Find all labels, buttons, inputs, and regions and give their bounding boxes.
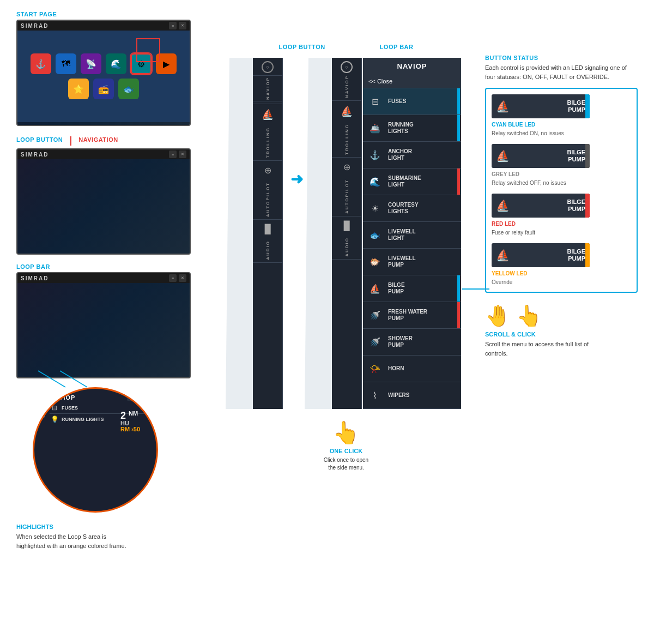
app-icon-naviop[interactable]: ⚙ [131, 53, 152, 74]
livewell-pump-led [457, 249, 460, 275]
naviop-item-freshwater-pump[interactable]: 🚿 FRESH WATERPUMP [363, 302, 461, 329]
naviop-item-shower-pump[interactable]: 🚿 SHOWERPUMP [363, 329, 461, 356]
lb2-compass: ⊕ [343, 162, 350, 172]
lb-menu-btn[interactable]: ≡ [169, 274, 177, 282]
fuses-label: FUSES [388, 98, 406, 105]
bilge-button-grey[interactable]: ⛵ BILGEPUMP [492, 144, 590, 168]
app-icon-5[interactable]: ▶ [156, 53, 177, 74]
horn-icon: 📯 [366, 360, 384, 377]
naviop-item-wipers[interactable]: ⌇ WIPERS [363, 382, 461, 409]
loop-button-widget: ○ NAVIOP ⛵ TROLLING ⊕ AUTOPILOT ▐▌ [253, 58, 283, 409]
shower-pump-led [457, 329, 460, 355]
loop-bar-top-label: LOOP BAR [380, 44, 414, 50]
lbw-compass-icon: ⊕ [264, 165, 271, 176]
navigation-label: NAVIGATION [78, 136, 118, 143]
lb2-bars: ▐▌ [341, 221, 353, 231]
close-btn[interactable]: ✕ [179, 22, 186, 29]
naviop-item-courtesy-lights[interactable]: ☀ COURTESYLIGHTS [363, 195, 461, 222]
naviop-item-livewell-pump[interactable]: 🐡 LIVEWELLPUMP [363, 249, 461, 275]
app-icon-3[interactable]: 📡 [81, 53, 101, 74]
loop-bar-screen: SIMRAD ≡ ✕ ○ NAVIOP 7.0 1 [16, 272, 191, 378]
naviop-item-fuses[interactable]: ⊟ FUSES [363, 88, 461, 115]
zoom-running-icon: 💡 [50, 416, 59, 423]
bottom-section: HIGHLIGHTS When selected the Loop S area… [0, 523, 654, 561]
bilge-icon-1: ⛵ [496, 100, 510, 113]
naviop-item-running-lights[interactable]: 🚢 RUNNINGLIGHTS [363, 115, 461, 142]
lbw-autopilot-label: AUTOPILOT [265, 182, 270, 217]
grey-led-desc: Relay switched OFF, no issues [492, 179, 631, 187]
scroll-icons-row: 🤚 👆 [485, 304, 638, 328]
highlights-desc: When selected the Loop S area is highlig… [16, 532, 136, 550]
courtesy-lights-icon: ☀ [366, 200, 384, 217]
bilge-button-cyan[interactable]: ⛵ BILGEPUMP [492, 94, 590, 118]
zoom-running-label: RUNNING LIGHTS [62, 417, 104, 422]
navigation-screen: SIMRAD ≡ ✕ ○ NAVIOP [16, 148, 191, 255]
app-icon-4[interactable]: 🌊 [106, 53, 126, 74]
bilge-led-yellow [585, 243, 590, 267]
bilge-button-yellow[interactable]: ⛵ BILGEPUMP [492, 243, 590, 267]
livewell-light-label: LIVEWELLLIGHT [388, 228, 416, 242]
lb-close-btn[interactable]: ✕ [179, 274, 186, 282]
bilge-label-1: BILGEPUMP [567, 99, 585, 113]
naviop-close-btn[interactable]: << Close [363, 75, 461, 88]
naviop-item-livewell-light[interactable]: 🐟 LIVEWELLLIGHT [363, 222, 461, 249]
scroll-hand-icon: 🤚 [485, 304, 511, 328]
livewell-pump-icon: 🐡 [366, 253, 384, 270]
naviop-menu-header: NAVIOP [363, 58, 461, 75]
scroll-click-section: 🤚 👆 SCROLL & CLICK Scroll the menu to ac… [485, 304, 638, 358]
running-lights-led [457, 115, 460, 141]
connector-lines-svg [33, 371, 207, 387]
app-icon-6[interactable]: ⭐ [68, 79, 89, 99]
red-led-label: RED LED [492, 221, 631, 227]
zoom-detail-circle: NAVIOP NAVIOP << Close ⊟ FUSES 💡 [33, 387, 158, 513]
courtesy-lights-led [457, 195, 460, 221]
naviop-item-anchor-light[interactable]: ⚓ ANCHORLIGHT [363, 142, 461, 168]
nav-menu-btn[interactable]: ≡ [169, 151, 177, 158]
one-click-hand-icon: 👆 [332, 420, 360, 446]
grey-led-item: ⛵ BILGEPUMP GREY LED Relay switched OFF,… [492, 144, 631, 187]
loop-bar-screen-header: SIMRAD ≡ ✕ [17, 273, 190, 283]
naviop-item-horn[interactable]: 📯 HORN [363, 356, 461, 382]
livewell-pump-label: LIVEWELLPUMP [388, 255, 416, 268]
nav-close-btn[interactable]: ✕ [179, 151, 186, 158]
start-page-screen: SIMRAD ≡ ✕ ⚓ 🗺 📡 🌊 ⚙ ▶ ⭐ 📻 [16, 20, 191, 126]
app-icon-8[interactable]: 🐟 [118, 79, 139, 99]
loop-circle-btn[interactable]: ○ [262, 61, 274, 73]
naviop-item-submarine-light[interactable]: 🌊 SUBMARINELIGHT [363, 168, 461, 195]
bilge-button-red[interactable]: ⛵ BILGEPUMP [492, 194, 590, 218]
screen-controls: ≡ ✕ [169, 22, 186, 29]
left-column: START PAGE SIMRAD ≡ ✕ ⚓ 🗺 📡 🌊 ⚙ [16, 11, 202, 513]
submarine-light-led [457, 168, 460, 195]
loop-button-label-small: LOOP BUTTON [16, 136, 63, 143]
loop-bar-screen-controls: ≡ ✕ [169, 274, 186, 282]
zoom-header: NAVIOP << Close [50, 394, 151, 401]
zoom-content-area: NAVIOP << Close ⊟ FUSES 💡 RUNNING LIGHTS [50, 394, 151, 425]
naviop-item-bilge-pump[interactable]: ⛵ BILGEPUMP [363, 275, 461, 302]
lb2-audio-label: AUDIO [344, 237, 349, 257]
button-status-desc: Each control is provided with an LED sig… [485, 63, 638, 81]
highlights-section: HIGHLIGHTS When selected the Loop S area… [16, 523, 638, 550]
simrad-title: SIMRAD [21, 23, 49, 29]
shower-pump-icon: 🚿 [366, 333, 384, 351]
app-icon-1[interactable]: ⚓ [31, 53, 51, 74]
lb2-autopilot: AUTOPILOT [332, 177, 361, 216]
app-icon-2[interactable]: 🗺 [56, 53, 76, 74]
lbw-trolling-label: TROLLING [265, 127, 270, 158]
anchor-light-led [457, 142, 460, 168]
panels-area: ○ NAVIOP ⛵ TROLLING ⊕ AUTOPILOT ▐▌ [226, 58, 461, 409]
menu-btn[interactable]: ≡ [169, 22, 177, 29]
lbw-divider1 [253, 75, 282, 76]
zoom-close-label[interactable]: << Close [127, 394, 151, 401]
bilge-label-3: BILGEPUMP [567, 198, 585, 213]
livewell-light-icon: 🐟 [366, 226, 384, 244]
bilge-pump-led [457, 275, 460, 302]
bilge-label-2: BILGEPUMP [567, 149, 585, 163]
led-status-box: ⛵ BILGEPUMP CYAN BLUE LED Relay switched… [485, 88, 638, 293]
app-icon-7[interactable]: 📻 [93, 79, 114, 99]
bilge-icon-4: ⛵ [496, 249, 510, 262]
zoom-fuses-label: FUSES [62, 405, 78, 411]
lb2-circle[interactable]: ○ [341, 61, 353, 73]
anchor-light-label: ANCHORLIGHT [388, 148, 412, 161]
loop-bar-widget-2: ○ NAVIOP ⛵ TROLLING ⊕ AUTOPILOT ▐▌ AUDIO [332, 58, 362, 409]
fuses-led [457, 88, 460, 115]
